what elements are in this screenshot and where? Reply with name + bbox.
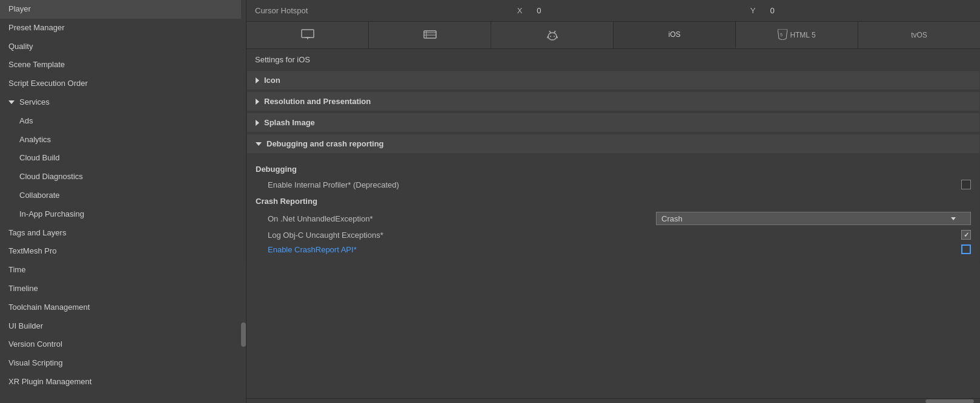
field-label: Log Obj-C Uncaught Exceptions*	[268, 231, 955, 240]
scrollbar-track	[241, 0, 246, 403]
section-arrow-splash	[256, 120, 259, 126]
sidebar-item-label: Scene Template	[8, 60, 65, 69]
section-header-splash[interactable]: Splash Image	[247, 113, 980, 133]
section-header-debugging[interactable]: Debugging and crash reporting	[247, 134, 980, 154]
sidebar-item-quality[interactable]: Quality	[0, 38, 246, 56]
platform-tab-html5-label: HTML 5	[790, 31, 815, 39]
sidebar-item-label: Tags and Layers	[8, 228, 66, 237]
sidebar-item-label: Player	[8, 4, 31, 13]
expand-arrow-icon	[8, 100, 15, 104]
sidebar-item-label: Cloud Diagnostics	[19, 172, 83, 181]
y-value: 0	[770, 6, 775, 15]
section-arrow-debugging	[256, 142, 262, 146]
console-icon	[423, 30, 437, 41]
sidebar-item-timeline[interactable]: Timeline	[0, 280, 246, 298]
sidebar-item-analytics[interactable]: Analytics	[0, 131, 246, 149]
platform-tabs: iOS5HTML 5tvOS	[247, 22, 980, 49]
platform-tab-tvos[interactable]: tvOS	[858, 22, 980, 48]
platform-tab-console[interactable]	[369, 22, 491, 48]
sidebar-item-version-control[interactable]: Version Control	[0, 335, 246, 354]
sidebar-item-visual-scripting[interactable]: Visual Scripting	[0, 354, 246, 373]
field-control[interactable]	[961, 244, 971, 254]
sidebar-item-ui-builder[interactable]: UI Builder	[0, 317, 246, 336]
cursor-hotspot-label: Cursor Hotspot	[255, 6, 308, 15]
platform-tab-android[interactable]	[491, 22, 614, 48]
sidebar-item-script-execution-order[interactable]: Script Execution Order	[0, 74, 246, 93]
platform-tab-html5[interactable]: 5HTML 5	[736, 22, 858, 48]
sidebar-item-label: Version Control	[8, 339, 62, 349]
sidebar-item-scene-template[interactable]: Scene Template	[0, 56, 246, 74]
checkbox[interactable]	[961, 230, 971, 240]
svg-point-13	[554, 36, 555, 37]
platform-tab-desktop[interactable]	[247, 22, 369, 48]
sidebar-item-xr-plugin-management[interactable]: XR Plugin Management	[0, 373, 246, 392]
sidebar-item-label: Analytics	[19, 135, 51, 144]
field-control[interactable]	[961, 180, 971, 189]
x-value: 0	[537, 6, 541, 15]
field-control[interactable]: Crash	[656, 212, 971, 225]
sidebar-item-label: Visual Scripting	[8, 358, 62, 367]
checkbox[interactable]	[961, 244, 971, 254]
svg-text:5: 5	[780, 33, 783, 37]
svg-line-8	[547, 36, 548, 38]
sidebar-item-label: Toolchain Management	[8, 303, 90, 312]
sidebar-item-player[interactable]: Player	[0, 0, 246, 19]
subsection-title-debugging: Debugging	[256, 165, 971, 174]
sidebar-item-label: Services	[19, 96, 50, 109]
desktop-icon	[301, 29, 314, 42]
dropdown-arrow-icon	[951, 217, 956, 220]
field-row: On .Net UnhandledException*Crash	[256, 209, 971, 228]
svg-line-10	[549, 31, 551, 33]
scrollbar-thumb[interactable]	[241, 323, 246, 347]
svg-line-9	[557, 36, 558, 38]
sidebar-item-label: Script Execution Order	[8, 79, 88, 88]
sidebar-item-preset-manager[interactable]: Preset Manager	[0, 19, 246, 38]
section-header-icon[interactable]: Icon	[247, 70, 980, 90]
settings-for-label: Settings for iOS	[247, 49, 980, 69]
bottom-scrollbar-thumb[interactable]	[925, 399, 974, 403]
sidebar-item-cloud-build[interactable]: Cloud Build	[0, 149, 246, 168]
svg-rect-0	[302, 30, 314, 38]
section-title-resolution: Resolution and Presentation	[264, 97, 371, 106]
checkbox[interactable]	[961, 180, 971, 189]
dropdown-value: Crash	[661, 214, 683, 223]
platform-tab-ios-label: iOS	[668, 30, 680, 39]
sidebar-item-cloud-diagnostics[interactable]: Cloud Diagnostics	[0, 168, 246, 186]
x-label: X	[517, 6, 523, 15]
sidebar-item-time[interactable]: Time	[0, 261, 246, 280]
sidebar-item-label: Cloud Build	[19, 153, 60, 162]
svg-point-12	[550, 36, 551, 37]
section-title-icon: Icon	[264, 76, 280, 85]
dropdown[interactable]: Crash	[656, 212, 971, 225]
sidebar-item-tags-and-layers[interactable]: Tags and Layers	[0, 224, 246, 243]
section-title-splash: Splash Image	[264, 118, 315, 127]
android-icon	[547, 28, 558, 42]
platform-tab-ios[interactable]: iOS	[614, 22, 736, 48]
sidebar-item-label: In-App Purchasing	[19, 209, 84, 218]
field-label: On .Net UnhandledException*	[268, 214, 650, 223]
sidebar-item-in-app-purchasing[interactable]: In-App Purchasing	[0, 205, 246, 224]
sidebar: PlayerPreset ManagerQualityScene Templat…	[0, 0, 247, 403]
field-control[interactable]	[961, 230, 971, 240]
sidebar-item-label: UI Builder	[8, 321, 43, 330]
field-row: Log Obj-C Uncaught Exceptions*	[256, 228, 971, 242]
section-title-debugging: Debugging and crash reporting	[267, 139, 384, 148]
field-row: Enable CrashReport API*	[256, 242, 971, 257]
sidebar-item-label: Ads	[19, 116, 33, 125]
sidebar-item-label: TextMesh Pro	[8, 246, 56, 255]
sidebar-item-label: Collaborate	[19, 191, 60, 200]
sidebar-item-textmesh-pro[interactable]: TextMesh Pro	[0, 242, 246, 261]
sidebar-item-collaborate[interactable]: Collaborate	[0, 186, 246, 205]
sidebar-item-label: Preset Manager	[8, 23, 65, 32]
field-row: Enable Internal Profiler* (Deprecated)	[256, 177, 971, 192]
sidebar-item-label: Timeline	[8, 284, 38, 293]
section-content-debugging: DebuggingEnable Internal Profiler* (Depr…	[247, 155, 980, 264]
sidebar-item-ads[interactable]: Ads	[0, 112, 246, 131]
section-arrow-resolution	[256, 99, 259, 105]
sidebar-item-services[interactable]: Services	[0, 93, 246, 112]
y-label: Y	[750, 6, 756, 15]
field-label[interactable]: Enable CrashReport API*	[268, 245, 955, 254]
bottom-scrollbar[interactable]	[247, 398, 980, 403]
sidebar-item-toolchain-management[interactable]: Toolchain Management	[0, 298, 246, 317]
section-header-resolution[interactable]: Resolution and Presentation	[247, 91, 980, 111]
